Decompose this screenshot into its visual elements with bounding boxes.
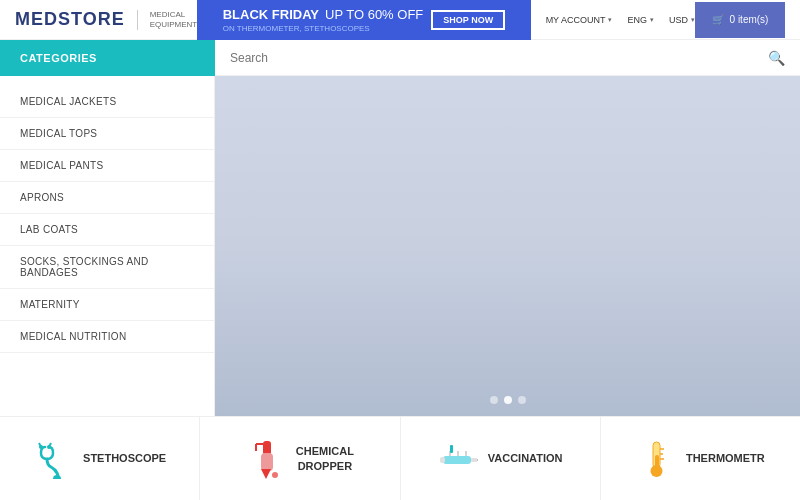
svg-rect-60 bbox=[261, 453, 273, 471]
logo-divider bbox=[137, 10, 138, 30]
category-card-vaccination[interactable]: VACCINATION bbox=[401, 417, 601, 500]
search-bar: 🔍 bbox=[215, 40, 800, 76]
sidebar-item-maternity[interactable]: MATERNITY bbox=[0, 289, 214, 321]
svg-rect-75 bbox=[655, 455, 659, 469]
svg-rect-66 bbox=[471, 458, 477, 462]
currency-selector[interactable]: USD ▾ bbox=[669, 15, 695, 25]
logo-brand: MEDSTORE bbox=[15, 9, 125, 30]
categories-button[interactable]: CATEGORIES bbox=[0, 40, 215, 76]
sidebar: MEDICAL JACKETS MEDICAL TOPS MEDICAL PAN… bbox=[0, 76, 215, 416]
carousel-dot-3[interactable] bbox=[518, 396, 526, 404]
sidebar-item-socks[interactable]: SOCKS, STOCKINGS AND BANDAGES bbox=[0, 246, 214, 289]
cart-count: 0 item(s) bbox=[730, 14, 769, 25]
thermometer-icon bbox=[636, 439, 676, 479]
shop-now-button[interactable]: SHOP NOW bbox=[431, 10, 505, 30]
vaccination-label: VACCINATION bbox=[488, 451, 563, 465]
promo-title: BLACK FRIDAY bbox=[223, 7, 319, 22]
hero-carousel-dots bbox=[490, 396, 526, 404]
hero-background bbox=[215, 76, 800, 416]
sidebar-item-medical-tops[interactable]: MEDICAL TOPS bbox=[0, 118, 214, 150]
search-input[interactable] bbox=[230, 51, 768, 65]
chemical-dropper-label: CHEMICALDROPPER bbox=[296, 444, 354, 473]
promo-banner: BLACK FRIDAY UP TO 60% OFF ON THERMOMETE… bbox=[197, 0, 530, 40]
search-icon[interactable]: 🔍 bbox=[768, 50, 785, 66]
thermometer-label: THERMOMETR bbox=[686, 451, 765, 465]
stethoscope-icon bbox=[33, 439, 73, 479]
sidebar-item-medical-nutrition[interactable]: MEDICAL NUTRITION bbox=[0, 321, 214, 353]
logo-subtitle: MEDICAL EQUIPMENT bbox=[150, 10, 198, 29]
sidebar-item-medical-jackets[interactable]: MEDICAL JACKETS bbox=[0, 86, 214, 118]
category-card-stethoscope[interactable]: STETHOSCOPE bbox=[0, 417, 200, 500]
vaccination-icon bbox=[438, 439, 478, 479]
svg-rect-65 bbox=[443, 456, 471, 464]
sidebar-item-lab-coats[interactable]: LAB COATS bbox=[0, 214, 214, 246]
chemical-dropper-icon bbox=[246, 439, 286, 479]
logo: MEDSTORE MEDICAL EQUIPMENT bbox=[15, 9, 197, 30]
cart-icon: 🛒 bbox=[712, 14, 724, 25]
svg-rect-59 bbox=[263, 441, 271, 455]
svg-rect-68 bbox=[440, 457, 445, 463]
promo-text: BLACK FRIDAY UP TO 60% OFF ON THERMOMETE… bbox=[223, 7, 424, 33]
lang-chevron-icon: ▾ bbox=[650, 16, 654, 24]
my-account-link[interactable]: MY ACCOUNT ▾ bbox=[546, 15, 613, 25]
hero-banner bbox=[215, 76, 800, 416]
carousel-dot-1[interactable] bbox=[490, 396, 498, 404]
svg-point-62 bbox=[272, 472, 278, 478]
sidebar-item-medical-pants[interactable]: MEDICAL PANTS bbox=[0, 150, 214, 182]
category-cards: STETHOSCOPE CHEMICALDROPPER bbox=[0, 416, 800, 500]
navbar: CATEGORIES 🔍 bbox=[0, 40, 800, 76]
category-card-chemical-dropper[interactable]: CHEMICALDROPPER bbox=[200, 417, 400, 500]
language-selector[interactable]: ENG ▾ bbox=[627, 15, 654, 25]
category-card-thermometer[interactable]: THERMOMETR bbox=[601, 417, 800, 500]
main-content: MEDICAL JACKETS MEDICAL TOPS MEDICAL PAN… bbox=[0, 76, 800, 416]
cart-button[interactable]: 🛒 0 item(s) bbox=[695, 2, 785, 38]
svg-marker-61 bbox=[261, 469, 271, 479]
stethoscope-label: STETHOSCOPE bbox=[83, 451, 166, 465]
svg-rect-72 bbox=[450, 445, 453, 453]
account-chevron-icon: ▾ bbox=[608, 16, 612, 24]
sidebar-item-aprons[interactable]: APRONS bbox=[0, 182, 214, 214]
header-right: MY ACCOUNT ▾ ENG ▾ USD ▾ bbox=[531, 15, 695, 25]
promo-small-text: ON THERMOMETER, STETHOSCOPES bbox=[223, 24, 370, 33]
svg-point-56 bbox=[53, 475, 61, 479]
carousel-dot-2[interactable] bbox=[504, 396, 512, 404]
site-header: MEDSTORE MEDICAL EQUIPMENT BLACK FRIDAY … bbox=[0, 0, 800, 40]
promo-subtitle: UP TO 60% OFF bbox=[325, 7, 423, 22]
